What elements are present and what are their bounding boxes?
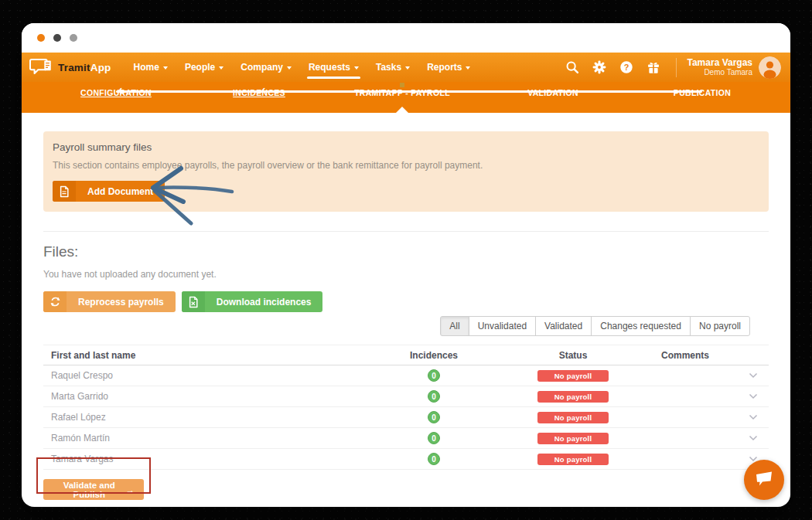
chevron-down-icon [163,66,168,70]
employee-name: Marta Garrido [43,391,368,402]
column-header-comments: Comments [647,350,724,361]
window-titlebar [22,23,790,53]
menu-item[interactable]: Tasks [367,53,418,82]
page-content: Payroll summary files This section conta… [22,131,790,500]
download-incidences-button[interactable]: Download incidences [182,291,323,312]
excel-file-icon [182,291,205,312]
window-close-button[interactable] [37,34,45,42]
menu-item-label: Home [134,62,159,73]
chevron-down-icon [287,66,292,70]
chat-bubble-icon [754,469,774,491]
incidences-badge: 0 [428,390,440,403]
panel-title: Payroll summary files [53,141,755,153]
help-icon[interactable]: ? [615,56,638,79]
chevron-down-icon [219,66,223,70]
step-label: PUBLICATION [636,88,768,97]
filter-button-label: All [449,321,459,331]
add-document-label: Add Document [76,186,165,197]
expand-row-chevron-icon[interactable] [724,414,769,420]
status-badge: No payroll [537,412,609,423]
table-row[interactable]: Ramón Martín 0 No payroll [43,428,769,449]
chevron-down-icon [466,66,470,70]
stepper-step[interactable]: VALIDATION [487,85,619,97]
chat-widget-button[interactable] [744,460,784,500]
validate-and-publish-label: Validate and Publish [53,481,126,499]
progress-stepper: CONFIGURATION INCIDENCES TRAMITAPP - PAY… [22,82,790,113]
avatar[interactable] [759,56,781,79]
chevron-down-icon [405,66,410,70]
status-badge: No payroll [537,391,609,403]
expand-row-chevron-icon[interactable] [724,372,769,379]
table-row[interactable]: Raquel Crespo 0 No payroll [43,365,769,386]
filter-button[interactable]: Changes requested [591,316,691,336]
stepper-step[interactable]: TRAMITAPP - PAYROLL [336,85,468,97]
browser-window: TramitApp Home People Company [22,23,790,507]
menu-item-label: Tasks [376,62,401,73]
files-heading: Files: [43,243,769,260]
step-label: VALIDATION [487,88,619,97]
svg-text:?: ? [623,63,629,72]
menu-item[interactable]: Reports [418,53,479,82]
document-icon [53,181,76,202]
gear-icon[interactable] [588,56,611,79]
search-icon[interactable] [561,56,584,79]
filter-button[interactable]: All [440,316,469,336]
main-menu: Home People Company Requests [125,53,479,82]
employee-name: Ramón Martín [43,433,368,444]
employee-name: Tamara Vargas [43,454,368,464]
navbar-right: ? Tamara Vargas Demo Tamara [557,56,782,79]
stepper-step[interactable]: PUBLICATION [636,85,768,97]
incidences-badge: 0 [428,369,440,382]
menu-item[interactable]: Company [232,53,300,82]
expand-row-chevron-icon[interactable] [724,393,769,399]
filter-button[interactable]: Unvalidated [469,316,536,336]
table-row[interactable]: Tamara Vargas 0 No payroll [43,449,769,470]
table-row[interactable]: Marta Garrido 0 No payroll [43,386,769,407]
incidences-badge: 0 [428,411,440,423]
files-empty-message: You have not uploaded any document yet. [43,269,769,280]
step-label: TRAMITAPP - PAYROLL [336,88,468,97]
employee-name: Rafael López [43,412,368,423]
menu-item[interactable]: Home [125,53,176,82]
incidences-badge: 0 [428,453,440,465]
window-maximize-button[interactable] [70,34,77,42]
speech-bubble-logo-icon [29,56,54,79]
employee-name: Raquel Crespo [43,370,368,381]
app-logo-text: TramitApp [58,62,111,73]
status-badge: No payroll [537,454,609,465]
status-filter-group: All Unvalidated Validated Changes reques… [43,316,750,336]
app-logo[interactable]: TramitApp [29,56,111,79]
menu-item[interactable]: Requests [300,53,367,82]
incidences-badge: 0 [428,432,440,444]
payroll-summary-panel: Payroll summary files This section conta… [43,131,769,212]
user-name: Tamara Vargas [687,58,753,68]
refresh-icon [43,291,67,312]
stepper-step[interactable]: CONFIGURATION [50,85,182,97]
validate-and-publish-button[interactable]: Validate and Publish → [43,479,144,500]
user-subtitle: Demo Tamara [687,68,753,77]
table-row[interactable]: Rafael López 0 No payroll [43,407,769,428]
filter-button-label: Changes requested [600,321,681,331]
reprocess-payrolls-button[interactable]: Reprocess payrolls [43,291,176,312]
files-actions: Reprocess payrolls Download incidences [43,291,769,312]
add-document-button[interactable]: Add Document [53,181,165,202]
column-header-status: Status [500,350,647,361]
menu-item[interactable]: People [176,53,232,82]
filter-button-label: No payroll [699,321,741,331]
column-header-name: First and last name [43,350,368,361]
stepper-step[interactable]: INCIDENCES [193,85,325,97]
expand-row-chevron-icon[interactable] [724,435,769,441]
filter-button[interactable]: Validated [535,316,592,336]
filter-button[interactable]: No payroll [690,316,750,336]
table-body: Raquel Crespo 0 No payroll Marta Garrido… [43,365,769,470]
status-badge: No payroll [537,370,609,382]
menu-item-label: Requests [309,62,350,73]
menu-item-label: People [185,62,215,73]
section-divider [43,231,769,232]
column-header-incidences: Incidences [368,350,500,361]
gift-icon[interactable] [642,56,665,79]
table-header: First and last name Incidences Status Co… [43,345,769,365]
status-badge: No payroll [537,433,609,444]
window-minimize-button[interactable] [53,34,61,42]
menu-item-label: Company [241,62,283,73]
